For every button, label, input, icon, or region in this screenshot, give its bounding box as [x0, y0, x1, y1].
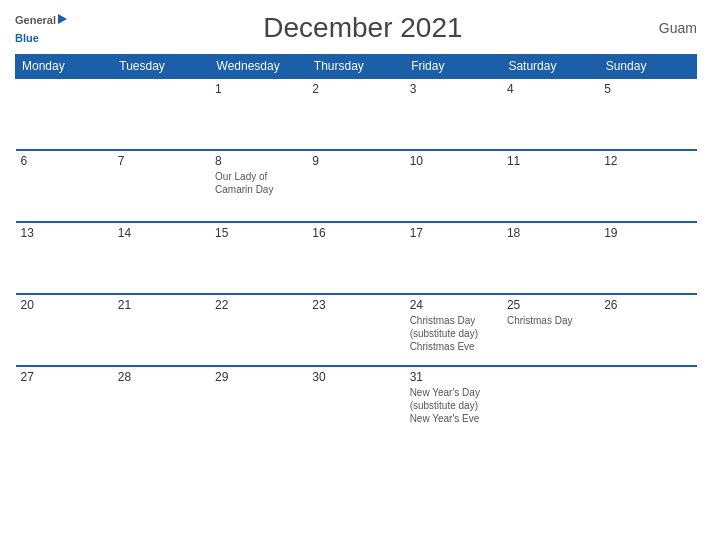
- day-number: 21: [118, 298, 205, 312]
- day-events: Our Lady ofCamarin Day: [215, 170, 302, 196]
- calendar-cell-0-5: 4: [502, 78, 599, 150]
- day-number: 13: [21, 226, 108, 240]
- calendar-cell-3-1: 21: [113, 294, 210, 366]
- calendar-cell-3-5: 25Christmas Day: [502, 294, 599, 366]
- day-number: 27: [21, 370, 108, 384]
- calendar-cell-3-3: 23: [307, 294, 404, 366]
- header: General Blue December 2021 Guam: [15, 10, 697, 46]
- day-number: 9: [312, 154, 399, 168]
- day-number: 18: [507, 226, 594, 240]
- col-monday: Monday: [16, 55, 113, 79]
- calendar-cell-0-1: [113, 78, 210, 150]
- calendar-cell-3-0: 20: [16, 294, 113, 366]
- day-number: 31: [410, 370, 497, 384]
- calendar-cell-1-0: 6: [16, 150, 113, 222]
- calendar-cell-4-0: 27: [16, 366, 113, 431]
- day-number: 14: [118, 226, 205, 240]
- day-number: 19: [604, 226, 691, 240]
- logo: General Blue: [15, 10, 67, 46]
- day-number: 6: [21, 154, 108, 168]
- calendar-row-0: 12345: [16, 78, 697, 150]
- weekday-header-row: Monday Tuesday Wednesday Thursday Friday…: [16, 55, 697, 79]
- calendar-cell-0-2: 1: [210, 78, 307, 150]
- calendar-row-3: 2021222324Christmas Day(substitute day)C…: [16, 294, 697, 366]
- calendar-cell-0-6: 5: [599, 78, 696, 150]
- calendar-cell-1-1: 7: [113, 150, 210, 222]
- day-number: 29: [215, 370, 302, 384]
- calendar-cell-1-4: 10: [405, 150, 502, 222]
- calendar-row-4: 2728293031New Year's Day(substitute day)…: [16, 366, 697, 431]
- day-number: 10: [410, 154, 497, 168]
- calendar-cell-4-6: [599, 366, 696, 431]
- calendar-title: December 2021: [263, 12, 462, 44]
- col-saturday: Saturday: [502, 55, 599, 79]
- day-number: 16: [312, 226, 399, 240]
- calendar-cell-0-0: [16, 78, 113, 150]
- day-number: 24: [410, 298, 497, 312]
- calendar-cell-0-3: 2: [307, 78, 404, 150]
- day-number: 26: [604, 298, 691, 312]
- day-number: 28: [118, 370, 205, 384]
- calendar-cell-2-5: 18: [502, 222, 599, 294]
- day-number: 23: [312, 298, 399, 312]
- day-number: 22: [215, 298, 302, 312]
- calendar-cell-2-0: 13: [16, 222, 113, 294]
- day-number: 25: [507, 298, 594, 312]
- calendar-cell-4-4: 31New Year's Day(substitute day)New Year…: [405, 366, 502, 431]
- calendar-cell-4-2: 29: [210, 366, 307, 431]
- calendar-cell-4-1: 28: [113, 366, 210, 431]
- day-number: 17: [410, 226, 497, 240]
- calendar-cell-1-5: 11: [502, 150, 599, 222]
- day-number: 30: [312, 370, 399, 384]
- day-events: Christmas Day(substitute day)Christmas E…: [410, 314, 497, 353]
- calendar-cell-2-1: 14: [113, 222, 210, 294]
- calendar-cell-2-6: 19: [599, 222, 696, 294]
- col-friday: Friday: [405, 55, 502, 79]
- day-number: 20: [21, 298, 108, 312]
- calendar-row-1: 678Our Lady ofCamarin Day9101112: [16, 150, 697, 222]
- col-sunday: Sunday: [599, 55, 696, 79]
- day-number: 15: [215, 226, 302, 240]
- logo-general-text: General: [15, 10, 67, 28]
- calendar-cell-3-6: 26: [599, 294, 696, 366]
- calendar-row-2: 13141516171819: [16, 222, 697, 294]
- day-number: 7: [118, 154, 205, 168]
- logo-triangle-icon: [58, 14, 67, 24]
- day-events: Christmas Day: [507, 314, 594, 327]
- day-number: 5: [604, 82, 691, 96]
- day-number: 3: [410, 82, 497, 96]
- col-thursday: Thursday: [307, 55, 404, 79]
- calendar-cell-2-4: 17: [405, 222, 502, 294]
- calendar-cell-1-6: 12: [599, 150, 696, 222]
- calendar-cell-0-4: 3: [405, 78, 502, 150]
- calendar-cell-3-2: 22: [210, 294, 307, 366]
- col-tuesday: Tuesday: [113, 55, 210, 79]
- calendar-table: Monday Tuesday Wednesday Thursday Friday…: [15, 54, 697, 431]
- col-wednesday: Wednesday: [210, 55, 307, 79]
- day-number: 4: [507, 82, 594, 96]
- day-number: 2: [312, 82, 399, 96]
- day-number: 12: [604, 154, 691, 168]
- calendar-cell-4-5: [502, 366, 599, 431]
- page: General Blue December 2021 Guam Monday T…: [0, 0, 712, 550]
- day-number: 8: [215, 154, 302, 168]
- calendar-cell-1-2: 8Our Lady ofCamarin Day: [210, 150, 307, 222]
- calendar-cell-4-3: 30: [307, 366, 404, 431]
- region-label: Guam: [659, 20, 697, 36]
- day-number: 11: [507, 154, 594, 168]
- day-events: New Year's Day(substitute day)New Year's…: [410, 386, 497, 425]
- day-number: 1: [215, 82, 302, 96]
- calendar-cell-3-4: 24Christmas Day(substitute day)Christmas…: [405, 294, 502, 366]
- calendar-cell-2-3: 16: [307, 222, 404, 294]
- calendar-cell-1-3: 9: [307, 150, 404, 222]
- calendar-cell-2-2: 15: [210, 222, 307, 294]
